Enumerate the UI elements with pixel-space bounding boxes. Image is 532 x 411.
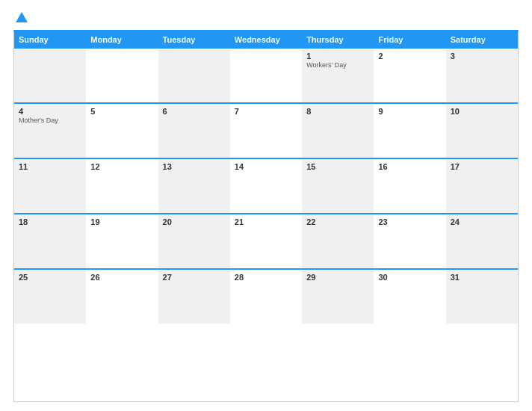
day-number: 6 xyxy=(163,107,226,116)
cal-cell: 19 xyxy=(86,214,158,268)
day-number: 18 xyxy=(19,217,81,226)
calendar: SundayMondayTuesdayWednesdayThursdayFrid… xyxy=(13,30,519,402)
day-number: 14 xyxy=(235,162,297,171)
cal-cell: 16 xyxy=(374,159,445,213)
cal-header-wednesday: Wednesday xyxy=(230,32,302,47)
cal-cell: 9 xyxy=(374,104,445,158)
calendar-header-row: SundayMondayTuesdayWednesdayThursdayFrid… xyxy=(14,32,518,47)
cal-cell: 2 xyxy=(374,49,445,102)
cal-week-3: 11121314151617 xyxy=(14,158,518,213)
day-number: 17 xyxy=(451,162,513,171)
day-event: Mother's Day xyxy=(19,117,81,124)
day-number: 31 xyxy=(451,273,513,282)
cal-cell: 22 xyxy=(302,214,374,268)
cal-cell: 29 xyxy=(302,270,374,324)
cal-cell: 3 xyxy=(446,49,518,102)
cal-cell: 15 xyxy=(302,159,374,213)
day-number: 2 xyxy=(378,52,441,61)
cal-cell: 8 xyxy=(302,104,374,158)
day-number: 13 xyxy=(163,162,226,171)
day-number: 21 xyxy=(235,217,297,226)
day-number: 25 xyxy=(19,273,81,282)
cal-cell: 30 xyxy=(374,270,445,324)
day-number: 10 xyxy=(451,107,513,116)
day-number: 26 xyxy=(90,273,153,282)
day-number: 30 xyxy=(378,273,441,282)
day-number: 3 xyxy=(451,52,513,61)
day-number: 1 xyxy=(306,52,369,61)
cal-header-sunday: Sunday xyxy=(14,32,86,47)
day-number: 15 xyxy=(306,162,369,171)
cal-cell: 18 xyxy=(14,214,86,268)
cal-cell: 5 xyxy=(86,104,158,158)
cal-cell: 31 xyxy=(446,270,518,324)
cal-header-saturday: Saturday xyxy=(446,32,518,47)
cal-cell: 27 xyxy=(158,270,230,324)
cal-cell: 1Workers' Day xyxy=(302,49,374,102)
cal-cell: 6 xyxy=(158,104,230,158)
cal-cell xyxy=(230,49,302,102)
cal-cell: 13 xyxy=(158,159,230,213)
day-number: 24 xyxy=(451,217,513,226)
page: SundayMondayTuesdayWednesdayThursdayFrid… xyxy=(0,0,532,411)
cal-cell: 21 xyxy=(230,214,302,268)
day-number: 8 xyxy=(306,107,369,116)
cal-week-1: 1Workers' Day23 xyxy=(14,47,518,102)
day-number: 29 xyxy=(306,273,369,282)
header xyxy=(13,13,519,22)
day-number: 11 xyxy=(19,162,81,171)
day-number: 27 xyxy=(163,273,226,282)
cal-cell: 23 xyxy=(374,214,445,268)
cal-cell: 20 xyxy=(158,214,230,268)
cal-cell: 24 xyxy=(446,214,518,268)
logo-triangle-icon xyxy=(16,12,28,22)
day-number: 22 xyxy=(306,217,369,226)
cal-week-2: 4Mother's Day5678910 xyxy=(14,102,518,158)
day-number: 23 xyxy=(378,217,441,226)
day-number: 4 xyxy=(19,107,81,116)
cal-cell: 10 xyxy=(446,104,518,158)
cal-cell: 4Mother's Day xyxy=(14,104,86,158)
day-event: Workers' Day xyxy=(306,61,369,69)
cal-cell: 28 xyxy=(230,270,302,324)
day-number: 16 xyxy=(378,162,441,171)
cal-cell: 17 xyxy=(446,159,518,213)
cal-cell: 26 xyxy=(86,270,158,324)
cal-header-friday: Friday xyxy=(374,32,445,47)
cal-cell: 25 xyxy=(14,270,86,324)
cal-week-4: 18192021222324 xyxy=(14,213,518,268)
cal-cell xyxy=(86,49,158,102)
logo xyxy=(13,13,28,22)
cal-cell: 7 xyxy=(230,104,302,158)
day-number: 28 xyxy=(235,273,297,282)
cal-header-monday: Monday xyxy=(86,32,158,47)
day-number: 20 xyxy=(163,217,226,226)
calendar-body: 1Workers' Day234Mother's Day567891011121… xyxy=(14,47,518,324)
cal-header-thursday: Thursday xyxy=(302,32,374,47)
cal-cell xyxy=(14,49,86,102)
day-number: 5 xyxy=(90,107,153,116)
day-number: 12 xyxy=(90,162,153,171)
cal-week-5: 25262728293031 xyxy=(14,268,518,324)
cal-cell: 11 xyxy=(14,159,86,213)
day-number: 19 xyxy=(90,217,153,226)
day-number: 7 xyxy=(235,107,297,116)
cal-cell xyxy=(158,49,230,102)
cal-header-tuesday: Tuesday xyxy=(158,32,230,47)
cal-cell: 14 xyxy=(230,159,302,213)
day-number: 9 xyxy=(378,107,441,116)
cal-cell: 12 xyxy=(86,159,158,213)
